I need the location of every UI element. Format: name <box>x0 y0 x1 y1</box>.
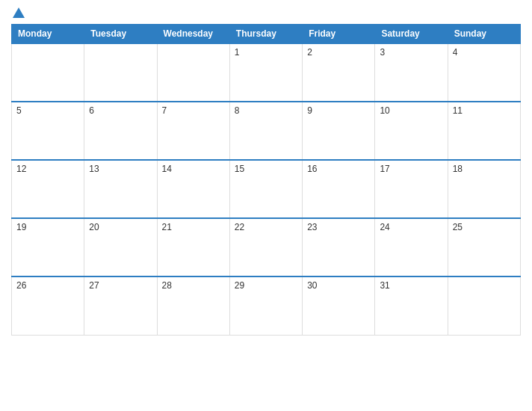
day-number: 8 <box>235 105 240 116</box>
calendar-day-cell: 27 <box>84 276 157 335</box>
logo-triangle-icon <box>13 7 25 18</box>
calendar-day-cell: 18 <box>448 160 520 218</box>
day-number: 28 <box>162 280 172 291</box>
day-number: 29 <box>235 280 244 291</box>
calendar-day-cell: 31 <box>375 276 448 335</box>
day-number: 9 <box>307 105 312 116</box>
calendar-day-cell <box>12 43 84 102</box>
day-number: 15 <box>235 164 244 174</box>
calendar-header <box>11 7 521 18</box>
weekday-header-cell: Saturday <box>375 25 448 44</box>
day-number: 30 <box>307 280 317 291</box>
calendar-body: 1234567891011121314151617181920212223242… <box>12 43 521 335</box>
calendar-day-cell: 1 <box>229 43 302 102</box>
day-number: 21 <box>162 222 172 232</box>
calendar-header-row: MondayTuesdayWednesdayThursdayFridaySatu… <box>12 25 521 44</box>
day-number: 10 <box>380 105 389 116</box>
calendar-week-row: 567891011 <box>12 102 521 160</box>
calendar-day-cell <box>448 276 520 335</box>
calendar-day-cell: 6 <box>84 102 157 160</box>
calendar-day-cell: 17 <box>375 160 448 218</box>
calendar-day-cell: 2 <box>303 43 375 102</box>
day-number: 23 <box>307 222 317 232</box>
calendar-day-cell: 29 <box>229 276 302 335</box>
day-number: 5 <box>16 105 22 116</box>
calendar-container: MondayTuesdayWednesdayThursdayFridaySatu… <box>0 0 532 411</box>
day-number: 2 <box>307 47 312 58</box>
calendar-day-cell: 22 <box>229 218 302 276</box>
day-number: 7 <box>162 105 167 116</box>
calendar-day-cell: 7 <box>157 102 229 160</box>
weekday-header-cell: Tuesday <box>84 25 157 44</box>
calendar-day-cell: 10 <box>375 102 448 160</box>
calendar-day-cell: 30 <box>303 276 375 335</box>
calendar-day-cell: 24 <box>375 218 448 276</box>
calendar-day-cell: 21 <box>157 218 229 276</box>
day-number: 16 <box>307 164 317 174</box>
day-number: 20 <box>89 222 99 232</box>
day-number: 27 <box>89 280 99 291</box>
calendar-day-cell: 20 <box>84 218 157 276</box>
weekday-header-row: MondayTuesdayWednesdayThursdayFridaySatu… <box>12 25 521 44</box>
calendar-day-cell: 25 <box>448 218 520 276</box>
day-number: 31 <box>380 280 389 291</box>
calendar-day-cell: 5 <box>12 102 84 160</box>
day-number: 24 <box>380 222 389 232</box>
calendar-week-row: 12131415161718 <box>12 160 521 218</box>
calendar-day-cell: 11 <box>448 102 520 160</box>
calendar-day-cell: 28 <box>157 276 229 335</box>
calendar-day-cell: 3 <box>375 43 448 102</box>
day-number: 4 <box>453 47 458 58</box>
calendar-day-cell <box>84 43 157 102</box>
day-number: 14 <box>162 164 172 174</box>
calendar-day-cell: 13 <box>84 160 157 218</box>
day-number: 1 <box>235 47 240 58</box>
calendar-week-row: 262728293031 <box>12 276 521 335</box>
calendar-day-cell: 9 <box>303 102 375 160</box>
calendar-day-cell: 26 <box>12 276 84 335</box>
logo <box>11 7 26 18</box>
day-number: 26 <box>16 280 26 291</box>
day-number: 13 <box>89 164 99 174</box>
day-number: 6 <box>89 105 94 116</box>
day-number: 11 <box>453 105 463 116</box>
weekday-header-cell: Wednesday <box>157 25 229 44</box>
day-number: 12 <box>16 164 26 174</box>
calendar-grid: MondayTuesdayWednesdayThursdayFridaySatu… <box>11 24 521 336</box>
calendar-day-cell: 23 <box>303 218 375 276</box>
calendar-day-cell: 14 <box>157 160 229 218</box>
day-number: 25 <box>453 222 463 232</box>
weekday-header-cell: Monday <box>12 25 84 44</box>
day-number: 17 <box>380 164 389 174</box>
calendar-day-cell: 16 <box>303 160 375 218</box>
calendar-day-cell <box>157 43 229 102</box>
day-number: 18 <box>453 164 463 174</box>
day-number: 19 <box>16 222 26 232</box>
calendar-week-row: 1234 <box>12 43 521 102</box>
calendar-day-cell: 8 <box>229 102 302 160</box>
calendar-day-cell: 12 <box>12 160 84 218</box>
calendar-day-cell: 4 <box>448 43 520 102</box>
calendar-day-cell: 19 <box>12 218 84 276</box>
calendar-day-cell: 15 <box>229 160 302 218</box>
calendar-week-row: 19202122232425 <box>12 218 521 276</box>
weekday-header-cell: Friday <box>303 25 375 44</box>
day-number: 22 <box>235 222 244 232</box>
weekday-header-cell: Sunday <box>448 25 520 44</box>
weekday-header-cell: Thursday <box>229 25 302 44</box>
day-number: 3 <box>380 47 385 58</box>
